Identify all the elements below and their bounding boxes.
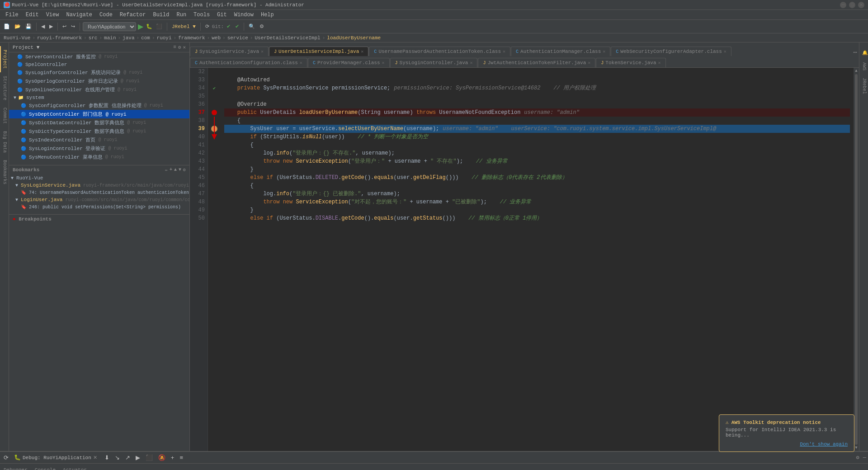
tab-close-userdetails[interactable]: ✕	[361, 49, 363, 54]
bookmark-loginuser[interactable]: ▼ LoginUser.java ruoyi-common/src/main/j…	[9, 196, 189, 203]
tree-sysindex[interactable]: 🔵 SysIndexController 首页 @ ruoyi	[9, 136, 189, 144]
menu-navigate[interactable]: Navigate	[62, 11, 96, 19]
debug-restart-button[interactable]: ⟳	[2, 453, 10, 462]
bookmarks-tab-left[interactable]: Bookmarks	[0, 156, 9, 188]
tab-close-usernamepassword[interactable]: ✕	[503, 49, 505, 54]
tab-tokenservice[interactable]: J TokenService.java ✕	[596, 58, 665, 67]
debug-step-over[interactable]: ⬇	[103, 453, 111, 462]
forward-button[interactable]: ▶	[47, 23, 55, 30]
debug-more[interactable]: ≡	[178, 453, 185, 462]
tree-servercontroller[interactable]: 🔵 ServerController 服务监控 @ ruoyi	[9, 52, 189, 61]
sidebar-collapse-button[interactable]: ≡	[173, 44, 176, 50]
menu-git[interactable]: Git	[213, 11, 231, 19]
tree-system-folder[interactable]: ▼ 📁 system	[9, 94, 189, 101]
bc-framework2[interactable]: framework	[178, 35, 205, 41]
structure-tab[interactable]: Structure	[0, 72, 9, 104]
tab-userdetailsserviceimpl[interactable]: J UserDetailsServiceImpl.java ✕	[269, 47, 368, 56]
bc-java[interactable]: java	[123, 35, 134, 41]
run-button[interactable]: ▶	[137, 21, 144, 32]
bc-userdetails[interactable]: UserDetailsServiceImpl	[255, 35, 320, 41]
menu-help[interactable]: Help	[257, 11, 278, 19]
git-check-button[interactable]: ✔	[225, 23, 232, 30]
bookmarks-settings[interactable]: ⚙	[183, 167, 186, 173]
menu-code[interactable]: Code	[96, 11, 116, 19]
tab-close-syslogincontroller[interactable]: ✕	[470, 60, 472, 66]
sidebar-gear-button[interactable]: ⚙	[178, 44, 181, 50]
undo-button[interactable]: ↩	[61, 23, 68, 30]
tab-close-authmanager[interactable]: ✕	[603, 49, 605, 54]
git-push-button[interactable]: ✔	[233, 23, 241, 30]
tab-close-websecurity[interactable]: ✕	[724, 49, 726, 54]
stop-button[interactable]: ⬛	[154, 23, 164, 30]
tree-sysmenucontroller[interactable]: 🔵 SysMenuController 菜单信息 @ ruoyi	[9, 153, 189, 161]
bookmark-group-ruoyi[interactable]: ▼ RuoYi-Vue	[9, 174, 189, 182]
debug-step-out[interactable]: ↗	[123, 453, 132, 462]
bookmarks-edit[interactable]: ✏	[165, 167, 168, 173]
tree-sysconfigcontroller[interactable]: 🔵 SysConfigController 参数配置 信息操作处理 @ ruoy…	[9, 101, 189, 110]
bc-framework[interactable]: ruoyi-framework	[37, 35, 82, 41]
debug-stop[interactable]: ⬛	[144, 453, 155, 462]
close-button[interactable]: ✕	[858, 2, 864, 8]
tab-providermanager[interactable]: C ProviderManager.class ✕	[308, 58, 390, 67]
open-button[interactable]: 📂	[13, 23, 23, 30]
sidebar-close-button[interactable]: ✕	[183, 44, 186, 50]
tab-close-providermanager[interactable]: ✕	[382, 60, 385, 66]
bc-method[interactable]: loadUserByUsername	[327, 35, 381, 41]
bookmarks-up[interactable]: ▲	[174, 167, 177, 173]
aws-toolkit-tab[interactable]: AWS	[859, 59, 868, 74]
aws-dont-show-button[interactable]: Don't show again	[800, 442, 848, 447]
debug-session-close[interactable]: ✕	[93, 455, 97, 461]
debug-step-into[interactable]: ↘	[113, 453, 122, 462]
settings-button[interactable]: ⚙	[258, 23, 266, 30]
debug-resume[interactable]: ▶	[134, 453, 142, 462]
tab-syslogincontroller[interactable]: J SysLoginController.java ✕	[390, 58, 478, 67]
notifications-tab[interactable]: 🔔	[859, 46, 868, 59]
tab-websecurity[interactable]: C WebSecurityConfigurerAdapter.class ✕	[611, 47, 731, 56]
tree-sysdicttype[interactable]: 🔵 SysDictTypeController 数据字典信息 @ ruoyi	[9, 127, 189, 136]
tab-authconfig[interactable]: C AuthenticationConfiguration.class ✕	[190, 58, 307, 67]
back-button[interactable]: ◀	[39, 23, 47, 30]
debug-mute-breakpoints[interactable]: 🔕	[156, 453, 167, 462]
bookmarks-down[interactable]: ▼	[179, 167, 181, 173]
tabs-overflow-button[interactable]: ⋯	[854, 48, 857, 56]
debug-settings-button[interactable]: ⚙	[856, 454, 859, 461]
tree-sysloginforcontroller[interactable]: 🔵 SysLoginforController 系统访问记录 @ ruoyi	[9, 68, 189, 77]
bc-com[interactable]: com	[141, 35, 150, 41]
tree-sysdictdata[interactable]: 🔵 SysDictDataController 数据字典信息 @ ruoyi	[9, 118, 189, 127]
tab-close-jwtfilter[interactable]: ✕	[588, 60, 590, 66]
tree-sysoperlogcontroller[interactable]: 🔵 SysOperlogController 操作日志记录 @ ruoyi	[9, 77, 189, 85]
save-button[interactable]: 💾	[24, 23, 33, 30]
bottom-tab-console[interactable]: Console	[35, 465, 56, 470]
tab-close-sysloginservice[interactable]: ✕	[261, 49, 264, 54]
bc-src[interactable]: src	[89, 35, 98, 41]
tree-spelcontroller[interactable]: 🔵 SpelController	[9, 61, 189, 68]
commit-tab[interactable]: Commit	[0, 104, 9, 127]
debug-button[interactable]: 🐛	[145, 23, 153, 30]
bc-ruoyi-vue[interactable]: RuoYi-Vue	[4, 35, 30, 41]
bottom-tab-actuator[interactable]: Actuator	[63, 465, 87, 470]
bookmarks-add[interactable]: +	[170, 167, 172, 173]
bookmark-authtoken[interactable]: 🔖 74: UsernamePasswordAuthenticationToke…	[9, 189, 189, 196]
editor-scrollbar[interactable]: ▲ ▼	[854, 68, 859, 451]
bookmark-setpermissions[interactable]: 🔖 246: public void setPermissions(Set<St…	[9, 203, 189, 211]
menu-file[interactable]: File	[2, 11, 22, 19]
menu-run[interactable]: Run	[173, 11, 190, 19]
debug-add-watch[interactable]: +	[169, 453, 176, 462]
menu-window[interactable]: Window	[231, 11, 257, 19]
menu-tools[interactable]: Tools	[190, 11, 213, 19]
bc-web[interactable]: web	[212, 35, 221, 41]
bc-main[interactable]: main	[104, 35, 116, 41]
tree-syslogincontroller[interactable]: 🔵 SysLoginController 登录验证 @ ruoyi	[9, 144, 189, 153]
new-file-button[interactable]: 📄	[2, 23, 12, 30]
tree-sysonlinecontroller[interactable]: 🔵 SysOnlineController 在线用户管理 @ ruoyi	[9, 85, 189, 94]
menu-view[interactable]: View	[42, 11, 63, 19]
tree-sysdeptcontroller[interactable]: 🔵 SysDeptController 部门信息 @ ruoyi	[9, 110, 189, 118]
bookmark-sysloginservice[interactable]: ▼ SysLoginService.java ruoyi-framework/s…	[9, 182, 189, 189]
menu-build[interactable]: Build	[149, 11, 173, 19]
bc-service[interactable]: service	[227, 35, 248, 41]
tab-jwtfilter[interactable]: J JwtAuthenticationTokenFilter.java ✕	[478, 58, 595, 67]
menu-edit[interactable]: Edit	[22, 11, 42, 19]
tab-sysloginservice[interactable]: J SysLoginService.java ✕	[190, 47, 269, 56]
tab-usernamepassword[interactable]: C UsernamePasswordAuthenticationToken.cl…	[369, 47, 510, 56]
bottom-tab-debugger[interactable]: Debugger	[4, 465, 28, 470]
